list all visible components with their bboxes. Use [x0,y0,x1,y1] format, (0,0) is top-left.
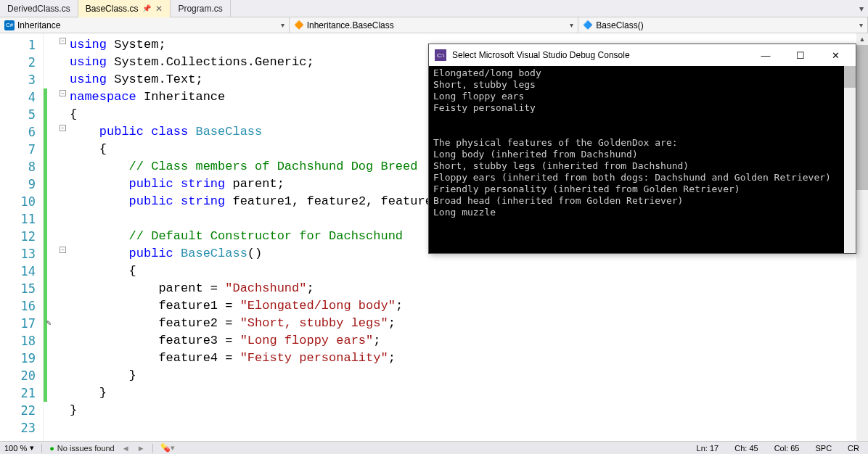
crumb-class[interactable]: 🔶 Inheritance.BaseClass ▾ [290,17,579,33]
tab-program[interactable]: Program.cs [171,0,230,17]
nav-next-icon[interactable]: ► [137,444,145,453]
nav-breadcrumb: C# Inheritance ▾ 🔶 Inheritance.BaseClass… [0,17,868,33]
console-scrollbar[interactable] [844,66,856,253]
chevron-down-icon[interactable]: ▾ [30,443,34,453]
console-icon: C:\ [435,49,446,61]
nav-prev-icon[interactable]: ◄ [122,444,130,453]
console-output[interactable]: Elongated/long body Short, stubby legs L… [429,66,856,253]
tab-label: DerivedClass.cs [7,0,70,17]
scrollbar-thumb[interactable] [844,66,856,88]
fold-toggle[interactable]: − [60,125,66,131]
pin-icon[interactable]: 📌 [142,0,151,17]
crumb-namespace[interactable]: C# Inheritance ▾ [0,17,290,33]
minimize-button[interactable]: — [751,46,780,64]
check-icon: ● [49,444,54,453]
maximize-button[interactable]: ☐ [786,46,815,64]
status-spaces[interactable]: SPC [811,444,836,453]
change-indicator [44,36,47,419]
tabs-dropdown-icon[interactable]: ▾ [855,4,868,14]
status-bar: 100 % ▾ ● No issues found ◄ ► 💊▾ Ln: 17 … [0,441,868,454]
close-icon[interactable]: ✕ [155,0,163,17]
zoom-level[interactable]: 100 % ▾ [4,443,34,453]
crumb-label: Inheritance.BaseClass [307,20,394,30]
status-line[interactable]: Ln: 17 [692,444,724,453]
chevron-down-icon[interactable]: ▾ [570,21,573,29]
fold-toggle[interactable]: − [60,247,66,253]
vertical-scrollbar[interactable]: ▲ [856,33,868,441]
debug-console-window[interactable]: C:\ Select Microsoft Visual Studio Debug… [428,44,856,254]
crumb-method[interactable]: 🔷 BaseClass() ▾ [578,17,868,33]
fold-toggle[interactable]: − [60,38,66,44]
chevron-down-icon[interactable]: ▾ [281,21,284,29]
tab-label: BaseClass.cs [86,0,139,17]
crumb-label: BaseClass() [596,20,643,30]
status-col[interactable]: Col: 65 [770,444,804,453]
close-button[interactable]: ✕ [821,46,850,64]
scroll-up-icon[interactable]: ▲ [856,33,868,45]
issues-indicator[interactable]: ● No issues found [49,444,115,453]
tab-label: Program.cs [178,0,222,17]
class-icon: 🔶 [294,20,304,30]
tab-baseclass[interactable]: BaseClass.cs 📌 ✕ [78,0,171,17]
crumb-label: Inheritance [17,20,60,30]
status-char[interactable]: Ch: 45 [730,444,762,453]
document-tab-bar: DerivedClass.cs BaseClass.cs 📌 ✕ Program… [0,0,868,17]
tab-derivedclass[interactable]: DerivedClass.cs [0,0,78,17]
console-text: Elongated/long body Short, stubby legs L… [433,67,831,218]
health-icon[interactable]: 💊▾ [160,443,175,453]
line-number-gutter: 1234567891011121314151617181920212223 [0,33,44,441]
edit-pencil-icon: ✎ [46,319,52,327]
console-title-text: Select Microsoft Visual Studio Debug Con… [452,50,745,60]
csharp-icon: C# [4,20,15,30]
method-icon: 🔷 [583,20,593,30]
status-lineending[interactable]: CR [843,444,864,453]
console-titlebar[interactable]: C:\ Select Microsoft Visual Studio Debug… [429,44,856,66]
fold-toggle[interactable]: − [60,90,66,96]
chevron-down-icon[interactable]: ▾ [859,21,863,29]
scrollbar-thumb[interactable] [856,45,868,190]
